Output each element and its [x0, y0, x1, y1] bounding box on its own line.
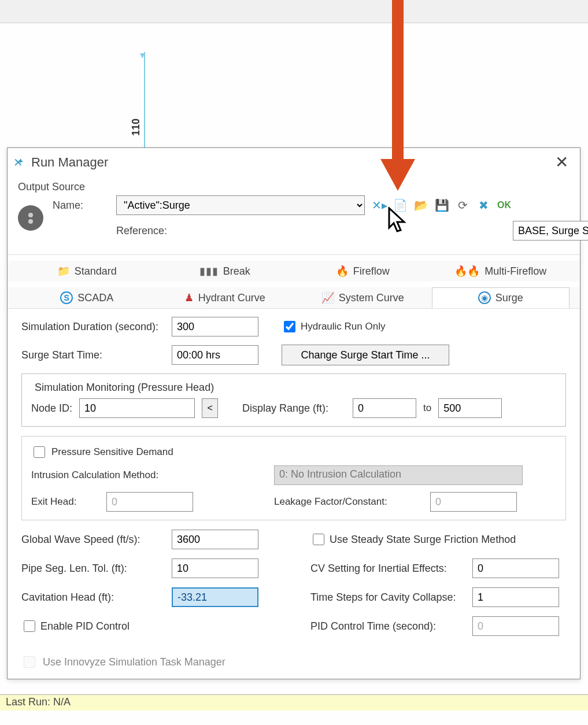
surge-icon: ◉	[478, 291, 491, 304]
tab-standard[interactable]: 📁Standard	[18, 261, 156, 282]
footer-row: Use Innovyze Simulation Task Manager	[8, 646, 580, 679]
tab-scada-label: SCADA	[77, 292, 113, 304]
output-source-label: Output Source	[18, 181, 569, 193]
tab-multi-fireflow[interactable]: 🔥🔥Multi-Fireflow	[432, 261, 570, 282]
name-toolbar: ✕▸ 📄 📂 💾 ⟳ ✖ OK	[371, 197, 513, 214]
open-folder-icon[interactable]: 📂	[412, 197, 430, 214]
pipe-seg-label: Pipe Seg. Len. Tol. (ft):	[21, 563, 172, 575]
options-tool-icon[interactable]: ✖	[475, 197, 492, 214]
break-icon: ▮▮▮	[199, 265, 219, 278]
ok-button[interactable]: OK	[495, 197, 513, 214]
close-button[interactable]: ✕	[549, 151, 574, 173]
tab-system-curve[interactable]: 📈System Curve	[294, 287, 432, 308]
range-min-input[interactable]	[353, 398, 416, 418]
leakage-factor-input	[430, 492, 517, 512]
canvas-pipe-label: 110	[130, 119, 142, 136]
tab-break[interactable]: ▮▮▮Break	[156, 261, 294, 282]
cavitation-head-label: Cavitation Head (ft):	[21, 591, 172, 604]
display-range-label: Display Range (ft):	[242, 402, 328, 415]
cv-setting-input[interactable]	[472, 558, 559, 578]
cavitation-head-input[interactable]	[172, 587, 258, 607]
use-steady-state-label: Use Steady State Surge Friction Method	[330, 534, 516, 546]
run-tool-icon[interactable]: ✕▸	[371, 197, 388, 214]
tab-hydrant-curve[interactable]: ♟Hydrant Curve	[156, 287, 294, 308]
save-icon[interactable]: 💾	[433, 197, 450, 214]
tab-row-1: 📁Standard ▮▮▮Break 🔥Fireflow 🔥🔥Multi-Fir…	[8, 261, 580, 282]
traffic-light-icon	[18, 205, 43, 231]
hydraulic-run-only-label: Hydraulic Run Only	[301, 321, 385, 332]
tab-multi-fireflow-label: Multi-Fireflow	[485, 265, 546, 278]
pipe-seg-input[interactable]	[172, 558, 258, 578]
reference-label: Reference:	[116, 225, 513, 237]
node-id-input[interactable]	[79, 398, 195, 418]
tab-scada[interactable]: SSCADA	[18, 287, 156, 308]
tab-standard-label: Standard	[75, 265, 117, 278]
exit-head-input	[106, 492, 193, 512]
task-manager-checkbox	[24, 656, 35, 668]
tab-surge[interactable]: ◉Surge	[432, 287, 570, 308]
canvas-pipe-line	[144, 52, 145, 150]
flame-icon: 🔥	[336, 265, 349, 278]
use-steady-state-checkbox[interactable]	[313, 534, 324, 545]
monitoring-fieldset: Simulation Monitoring (Pressure Head) No…	[21, 373, 566, 427]
psd-fieldset: Pressure Sensitive Demand Intrusion Calc…	[21, 436, 566, 520]
cv-setting-label: CV Setting for Inertial Effects:	[310, 563, 472, 575]
refresh-icon[interactable]: ⟳	[454, 197, 471, 214]
change-surge-start-button[interactable]: Change Surge Start Time ...	[282, 345, 449, 365]
multi-flame-icon: 🔥🔥	[454, 265, 480, 278]
task-manager-label: Use Innovyze Simulation Task Manager	[43, 656, 225, 668]
pid-control-time-input	[472, 616, 559, 636]
surge-start-time-label: Surge Start Time:	[21, 349, 172, 361]
sim-duration-input[interactable]	[172, 317, 258, 336]
folder-icon: 📁	[57, 265, 70, 278]
range-max-input[interactable]	[438, 398, 502, 418]
dialog-titlebar: ✕▸ Run Manager ✕	[8, 148, 580, 176]
tab-hydrant-curve-label: Hydrant Curve	[198, 292, 265, 304]
pressure-sensitive-demand-label: Pressure Sensitive Demand	[51, 446, 173, 458]
range-to-label: to	[423, 402, 431, 414]
dialog-title: Run Manager	[31, 155, 108, 170]
leakage-factor-label: Leakage Factor/Constant:	[274, 496, 430, 508]
reference-input[interactable]	[513, 221, 588, 241]
report-icon[interactable]: 📄	[391, 197, 409, 214]
intrusion-method-label: Intrusion Calculation Method:	[31, 469, 274, 481]
global-wave-speed-label: Global Wave Speed (ft/s):	[21, 534, 172, 546]
enable-pid-checkbox[interactable]	[24, 620, 35, 632]
global-wave-speed-input[interactable]	[172, 530, 258, 549]
hydrant-icon: ♟	[184, 291, 194, 304]
scada-icon: S	[60, 291, 73, 304]
tab-surge-label: Surge	[495, 292, 523, 304]
tab-fireflow-label: Fireflow	[353, 265, 390, 278]
enable-pid-label: Enable PID Control	[40, 620, 130, 632]
surge-start-time-input[interactable]	[172, 345, 258, 365]
tab-row-2: SSCADA ♟Hydrant Curve 📈System Curve ◉Sur…	[8, 287, 580, 308]
run-manager-dialog: ✕▸ Run Manager ✕ Output Source Name: "Ac…	[7, 147, 580, 679]
surge-panel: Simulation Duration (second): Hydraulic …	[8, 308, 580, 646]
name-select[interactable]: "Active":Surge	[116, 195, 365, 215]
node-id-prev-button[interactable]: <	[202, 398, 218, 418]
time-steps-label: Time Steps for Cavity Collapse:	[310, 591, 472, 604]
monitoring-legend: Simulation Monitoring (Pressure Head)	[31, 382, 217, 394]
name-label: Name:	[53, 199, 116, 212]
sim-duration-label: Simulation Duration (second):	[21, 321, 172, 333]
pressure-sensitive-demand-checkbox[interactable]	[34, 446, 45, 458]
run-manager-icon: ✕▸	[13, 156, 27, 169]
hydraulic-run-only-checkbox[interactable]	[284, 321, 295, 332]
last-run-label: Last Run: N/A	[6, 696, 71, 708]
tab-break-label: Break	[223, 265, 250, 278]
tab-fireflow[interactable]: 🔥Fireflow	[294, 261, 432, 282]
pid-control-time-label: PID Control Time (second):	[310, 620, 472, 632]
output-source-section: Output Source Name: "Active":Surge ✕▸ 📄 …	[8, 176, 580, 255]
exit-head-label: Exit Head:	[31, 496, 106, 508]
tab-system-curve-label: System Curve	[339, 292, 404, 304]
time-steps-input[interactable]	[472, 587, 559, 607]
status-bar: Last Run: N/A	[0, 694, 588, 711]
top-ribbon-stub	[0, 0, 588, 23]
intrusion-method-select: 0: No Intrusion Calculation	[274, 465, 523, 485]
curve-icon: 📈	[321, 291, 334, 304]
node-id-label: Node ID:	[31, 402, 72, 415]
